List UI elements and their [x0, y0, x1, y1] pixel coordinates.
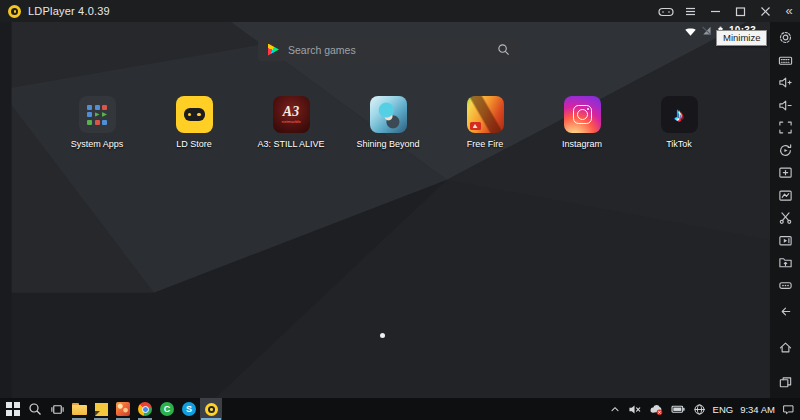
app-free-fire[interactable]: Free Fire — [445, 96, 525, 149]
app-label: System Apps — [71, 139, 124, 149]
android-screen: 10:33 Search games System Apps — [0, 22, 770, 398]
network-icon[interactable] — [693, 403, 706, 416]
file-explorer-icon[interactable] — [68, 398, 90, 420]
minimize-tooltip: Minimize — [716, 30, 767, 46]
home-icon[interactable] — [778, 340, 793, 355]
volume-up-icon[interactable] — [778, 75, 793, 90]
magnifier-icon[interactable] — [497, 43, 510, 56]
emulator-toolbar — [770, 22, 800, 398]
system-apps-icon — [79, 96, 116, 133]
photos-app-icon[interactable] — [112, 398, 134, 420]
app-label: TikTok — [666, 139, 692, 149]
home-page-indicator — [380, 333, 385, 338]
fullscreen-icon[interactable] — [778, 120, 793, 135]
chevron-up-icon[interactable] — [609, 403, 621, 415]
recent-apps-icon[interactable] — [778, 375, 793, 390]
tiktok-icon: ♪ — [661, 96, 698, 133]
system-tray: ENG 9:34 AM — [609, 403, 797, 416]
window-controls: « — [653, 0, 800, 22]
app-ld-store[interactable]: LD Store — [154, 96, 234, 149]
menu-icon[interactable] — [678, 0, 703, 22]
gamepad-icon[interactable] — [653, 0, 678, 22]
app-instagram[interactable]: Instagram — [542, 96, 622, 149]
app-tiktok[interactable]: ♪ TikTok — [639, 96, 719, 149]
volume-muted-icon[interactable] — [628, 403, 642, 416]
ldplayer-logo-icon — [8, 5, 21, 18]
operation-record-icon[interactable] — [778, 188, 793, 203]
google-play-icon — [268, 44, 279, 56]
sticky-notes-icon[interactable] — [90, 398, 112, 420]
close-button[interactable] — [753, 0, 778, 22]
app-shining-beyond[interactable]: Shining Beyond — [348, 96, 428, 149]
skype-icon[interactable]: S — [178, 398, 200, 420]
windows-logo-icon — [6, 402, 19, 415]
windows-taskbar: C S ENG 9:34 AM — [0, 398, 800, 420]
maximize-button[interactable] — [728, 0, 753, 22]
no-signal-icon — [701, 25, 712, 36]
app-label: Instagram — [562, 139, 602, 149]
back-icon[interactable] — [778, 304, 793, 319]
search-games-bar[interactable]: Search games — [258, 38, 520, 61]
more-icon[interactable] — [778, 278, 793, 293]
chrome-icon[interactable] — [134, 398, 156, 420]
ld-store-icon — [176, 96, 213, 133]
keyboard-mapping-icon[interactable] — [778, 53, 793, 68]
taskbar-clock[interactable]: 9:34 AM — [740, 404, 775, 415]
app-label: A3: STILL ALIVE — [257, 139, 324, 149]
instagram-icon — [564, 96, 601, 133]
app-label: LD Store — [176, 139, 212, 149]
onedrive-error-icon[interactable] — [649, 403, 664, 416]
app-label: Free Fire — [467, 139, 504, 149]
wifi-icon — [684, 25, 697, 37]
free-fire-icon — [467, 96, 504, 133]
app-system-apps[interactable]: System Apps — [57, 96, 137, 149]
minimize-button[interactable] — [703, 0, 728, 22]
language-indicator[interactable]: ENG — [713, 404, 734, 415]
settings-icon[interactable] — [778, 30, 793, 45]
window-title: LDPlayer 4.0.39 — [28, 5, 110, 17]
sync-icon[interactable] — [778, 143, 793, 158]
video-record-icon[interactable] — [778, 233, 793, 248]
start-button[interactable] — [2, 398, 24, 420]
action-center-icon[interactable] — [782, 403, 795, 416]
ldplayer-taskbar-icon[interactable] — [200, 398, 222, 420]
shared-folder-icon[interactable] — [778, 255, 793, 270]
cut-icon[interactable] — [778, 210, 793, 225]
screenshot-icon[interactable] — [778, 165, 793, 180]
task-view-icon[interactable] — [46, 398, 68, 420]
app-a3-still-alive[interactable]: A3 netmarble A3: STILL ALIVE — [251, 96, 331, 149]
title-bar: LDPlayer 4.0.39 « — [0, 0, 800, 22]
collapse-toolbar-icon[interactable]: « — [778, 0, 800, 22]
app-grid: System Apps LD Store A3 netmarble A3: ST… — [57, 96, 719, 149]
a3-icon: A3 netmarble — [273, 96, 310, 133]
app-c-icon[interactable]: C — [156, 398, 178, 420]
taskbar-search-icon[interactable] — [24, 398, 46, 420]
shining-beyond-icon — [370, 96, 407, 133]
ldplayer-window: LDPlayer 4.0.39 « — [0, 0, 800, 420]
search-placeholder: Search games — [288, 44, 356, 56]
volume-down-icon[interactable] — [778, 98, 793, 113]
battery-icon[interactable] — [671, 403, 686, 415]
app-label: Shining Beyond — [356, 139, 419, 149]
